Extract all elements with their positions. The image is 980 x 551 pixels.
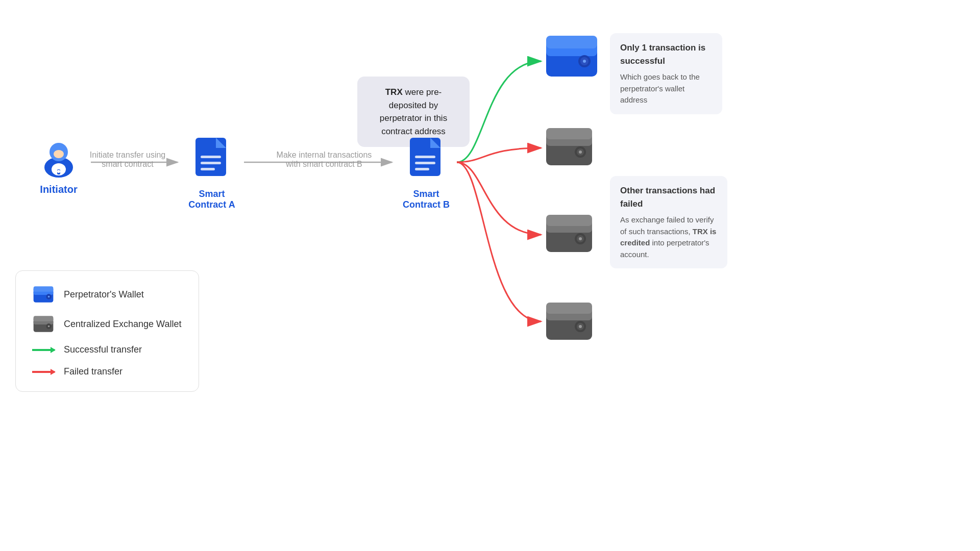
- contract-a-icon: [193, 138, 231, 184]
- svg-rect-20: [415, 168, 429, 170]
- speech-bubble-text: TRX were pre-deposited by perpetrator in…: [380, 87, 447, 136]
- legend-box: Perpetrator's Wallet Centralized Exchang…: [15, 270, 199, 392]
- svg-rect-35: [546, 215, 592, 226]
- exchange-wallet-2-icon: [544, 127, 595, 170]
- contract-a-group: Smart Contract A: [181, 138, 242, 210]
- contract-a-label: Smart Contract A: [181, 189, 242, 210]
- info-box-1-body: Which goes back to the perpetrator's wal…: [620, 71, 712, 106]
- legend-perpetrator-wallet-icon: [32, 285, 55, 304]
- svg-rect-47: [34, 286, 54, 292]
- svg-point-8: [57, 170, 60, 173]
- svg-rect-15: [201, 168, 215, 170]
- svg-point-38: [579, 237, 582, 240]
- svg-rect-19: [415, 162, 435, 164]
- legend-item-exchange: Centralized Exchange Wallet: [32, 315, 182, 333]
- initiator-label: Initiator: [40, 184, 77, 195]
- legend-text-exchange: Centralized Exchange Wallet: [64, 319, 181, 330]
- info-box-1-title: Only 1 transaction is successful: [620, 41, 712, 67]
- diagram-container: Initiator Initiate transfer using smart …: [0, 0, 980, 551]
- svg-point-32: [579, 151, 582, 154]
- svg-rect-18: [415, 156, 435, 158]
- contract-b-label: Smart Contract B: [396, 189, 457, 210]
- svg-point-49: [48, 296, 50, 298]
- svg-point-44: [579, 325, 582, 328]
- legend-exchange-wallet-icon: [32, 315, 55, 333]
- svg-point-54: [48, 325, 50, 328]
- contract-b-icon: [407, 138, 446, 184]
- perpetrator-wallet-icon: [544, 33, 600, 81]
- svg-point-10: [54, 150, 64, 158]
- svg-point-26: [583, 60, 586, 63]
- svg-rect-14: [201, 162, 221, 164]
- arrow-label-2: Make internal transactions with smart co…: [258, 151, 390, 169]
- info-box-2-title: Other transactions had failed: [620, 184, 717, 210]
- svg-rect-13: [201, 156, 221, 158]
- legend-text-success: Successful transfer: [64, 344, 142, 355]
- svg-rect-23: [546, 36, 597, 48]
- legend-item-success: Successful transfer: [32, 344, 182, 355]
- legend-item-perpetrator: Perpetrator's Wallet: [32, 285, 182, 304]
- info-box-success: Only 1 transaction is successful Which g…: [610, 33, 722, 114]
- arrow-label-1: Initiate transfer using smart contract: [79, 151, 176, 169]
- legend-text-failed: Failed transfer: [64, 366, 122, 377]
- info-box-2-body: As exchange failed to verify of such tra…: [620, 214, 717, 260]
- initiator-icon: [38, 138, 79, 179]
- svg-rect-52: [34, 316, 54, 321]
- speech-bubble: TRX were pre-deposited by perpetrator in…: [357, 77, 470, 147]
- legend-item-failed: Failed transfer: [32, 366, 182, 377]
- exchange-wallet-4-icon: [544, 301, 595, 345]
- legend-text-perpetrator: Perpetrator's Wallet: [64, 289, 144, 300]
- svg-rect-41: [546, 303, 592, 314]
- exchange-wallet-3-icon: [544, 213, 595, 257]
- svg-rect-29: [546, 128, 592, 139]
- contract-b-group: Smart Contract B: [396, 138, 457, 210]
- info-box-failed: Other transactions had failed As exchang…: [610, 176, 727, 268]
